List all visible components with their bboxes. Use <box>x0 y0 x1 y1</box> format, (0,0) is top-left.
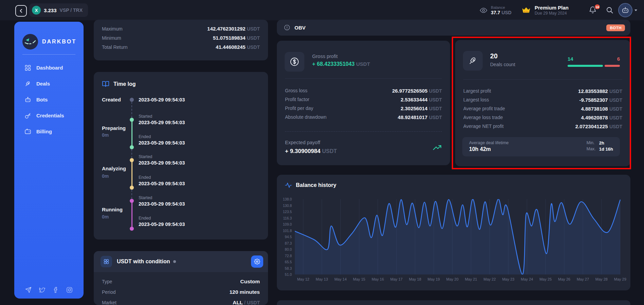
timeline-entry: Started2023-05-29 09:54:03 <box>139 114 185 126</box>
plan-due: Due 29 May 2024 <box>535 11 569 16</box>
x-tick-label: May 13 <box>315 277 329 281</box>
crown-icon <box>522 6 531 14</box>
balance-history-card: Balance history 138.0130.8123.5116.3109.… <box>277 175 630 290</box>
stat-label: Profit per day <box>285 106 313 111</box>
y-tick-label: 123.5 <box>278 210 292 214</box>
sidebar-item-credentials[interactable]: Credentials <box>14 108 84 123</box>
brand: DARKBOT <box>22 34 76 50</box>
timeline-dashed-line <box>131 149 132 158</box>
sidebar-item-bots[interactable]: Bots <box>14 92 84 108</box>
back-button[interactable] <box>15 5 27 17</box>
stage-duration: 0m <box>102 132 109 138</box>
timeline-line <box>131 201 132 229</box>
x-tick-label: May 20 <box>445 277 460 281</box>
instagram-icon[interactable] <box>66 287 73 293</box>
sidebar-item-label: Dashboard <box>36 65 63 71</box>
obv-card: OBV BOTH <box>277 20 630 36</box>
stat-row: MarketALL / USDT <box>94 297 268 305</box>
timeline-entry: Ended2023-05-29 09:54:03 <box>139 134 185 146</box>
sidebar-item-label: Bots <box>36 97 48 102</box>
deals-count-card: 20 Deals count 14 6 Largest profit12.835… <box>455 40 630 166</box>
y-tick-label: 58.3 <box>278 266 292 270</box>
book-icon <box>102 81 109 87</box>
credentials-icon <box>24 112 31 119</box>
status-dot <box>173 260 176 263</box>
y-tick-label: 51.0 <box>278 272 292 277</box>
lifetime-min-max: Min. 2h Max. 1d 16h <box>587 140 613 152</box>
bot-title: USDT with condition <box>117 259 170 265</box>
user-menu[interactable] <box>618 3 637 17</box>
stat-label: Maximum <box>102 26 123 32</box>
telegram-icon[interactable] <box>25 287 32 293</box>
x-tick-label: May 24 <box>519 277 534 281</box>
divider <box>463 79 622 80</box>
balance-chart <box>295 199 627 274</box>
eye-icon[interactable] <box>480 7 487 13</box>
balance-history-title: Balance history <box>296 182 336 188</box>
x-tick-label: May 23 <box>501 277 516 281</box>
stat-label: Largest loss <box>463 97 489 102</box>
rocket-icon <box>468 56 478 65</box>
summary-card: Maximum142.4762301292 USDTMinimum51.0751… <box>94 20 268 60</box>
x-tick-label: May 16 <box>370 277 385 281</box>
stat-label: Gross loss <box>285 88 307 93</box>
dollar-icon-tile <box>285 52 304 72</box>
activity-icon <box>285 182 292 188</box>
x-tick-label: May 12 <box>296 277 311 281</box>
stat-label: Average NET profit <box>463 123 504 129</box>
x-tick-label: May 22 <box>482 277 497 281</box>
win-bar <box>568 65 603 67</box>
pair-selector[interactable]: X 3.233 VSP / TRX <box>29 3 88 17</box>
balance-history-header: Balance history <box>285 182 336 188</box>
stage-duration: 0m <box>102 173 109 179</box>
twitter-icon[interactable] <box>39 287 45 293</box>
stat-row: TypeCustom <box>94 276 268 287</box>
x-tick-label: May 21 <box>464 277 479 281</box>
stat-label: Minimum <box>102 35 121 41</box>
sidebar: DARKBOT DashboardDealsBotsCredentialsBil… <box>14 22 84 299</box>
sidebar-item-label: Deals <box>36 81 50 87</box>
min-label: Min. <box>587 140 596 146</box>
timeline-line <box>131 120 132 147</box>
bot-settings-button[interactable] <box>251 255 263 268</box>
dashboard-icon <box>24 64 31 71</box>
search-button[interactable] <box>606 6 613 14</box>
stat-label: Absolute drawdown <box>285 114 326 120</box>
stat-value: 12.83553882 USDT <box>578 88 622 94</box>
trend-up-icon <box>432 143 442 151</box>
x-tick-label: May 19 <box>426 277 441 281</box>
losses-count: 6 <box>617 56 620 62</box>
billing-icon <box>24 128 31 135</box>
sidebar-item-dashboard[interactable]: Dashboard <box>14 60 84 76</box>
stage-label: Analyzing <box>102 166 126 171</box>
sidebar-item-billing[interactable]: Billing <box>14 123 84 139</box>
stat-row: Largest loss-9.75852307 USDT <box>455 95 630 104</box>
facebook-icon[interactable] <box>53 287 59 293</box>
y-tick-label: 138.0 <box>278 197 292 201</box>
deals-count: 20 <box>490 52 498 60</box>
plan-title: Premium Plan <box>535 5 569 11</box>
notifications-button[interactable]: 16 <box>589 6 598 15</box>
stat-value: 4.88738108 USDT <box>581 106 622 112</box>
x-tick-label: May 28 <box>594 277 609 281</box>
timeline-line <box>131 160 132 188</box>
both-badge: BOTH <box>606 24 625 31</box>
deals-count-label: Deals count <box>490 62 515 67</box>
timeline-dashed-line <box>131 102 132 118</box>
sidebar-menu: DashboardDealsBotsCredentialsBilling <box>14 60 84 139</box>
social-links <box>14 287 84 293</box>
stat-row: Largest profit12.83553882 USDT <box>455 87 630 95</box>
win-loss-bar <box>568 65 620 67</box>
stat-value: ALL / USDT <box>233 300 260 305</box>
dashed-divider <box>285 131 442 132</box>
x-tick-label: May 15 <box>352 277 366 281</box>
timeline-entry: Started2023-05-29 09:54:03 <box>139 154 185 166</box>
stat-value: 120 minutes <box>229 289 260 295</box>
stage-label: Created <box>102 97 121 102</box>
timeline-entry: Ended2023-05-29 09:54:03 <box>139 215 185 228</box>
stat-value: 4.49620878 USDT <box>581 115 622 120</box>
gross-profit-label: Gross profit <box>312 54 338 59</box>
sidebar-item-deals[interactable]: Deals <box>14 76 84 92</box>
timeline-entry: Started2023-05-29 09:54:03 <box>139 195 185 207</box>
y-tick-label: 101.8 <box>278 229 292 233</box>
